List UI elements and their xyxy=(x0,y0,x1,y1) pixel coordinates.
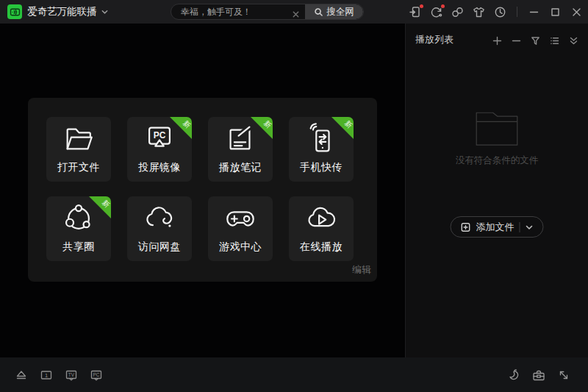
shortcut-tile-phone-transfer[interactable]: 手机快传 新 xyxy=(289,117,354,182)
empty-folder-icon xyxy=(471,108,523,146)
device-connect-icon[interactable] xyxy=(409,6,421,18)
share-sync-icon[interactable] xyxy=(430,6,442,18)
chevron-down-icon[interactable] xyxy=(526,223,534,231)
shortcut-tile-cloud-drive[interactable]: 访问网盘 xyxy=(127,196,192,261)
skin-tshirt-icon[interactable] xyxy=(473,6,485,18)
controls-right xyxy=(507,357,570,392)
shortcut-tile-cloud-play[interactable]: 在线播放 xyxy=(289,196,354,261)
tile-label: 手机快传 xyxy=(289,161,354,174)
shortcut-tile-folder-open[interactable]: 打开文件 xyxy=(46,117,111,182)
search-icon xyxy=(314,7,323,17)
close-button[interactable] xyxy=(570,6,583,18)
svg-text:TV: TV xyxy=(68,371,75,377)
titlebar: 爱奇艺万能联播 搜全网 xyxy=(0,0,588,24)
tile-label: 游戏中心 xyxy=(208,240,273,254)
eject-icon[interactable] xyxy=(15,368,28,382)
add-file-label: 添加文件 xyxy=(476,221,514,234)
history-clock-icon[interactable] xyxy=(494,6,506,18)
playlist-toolbar xyxy=(492,35,578,45)
button-divider xyxy=(520,222,520,232)
shortcut-tile-share-circle[interactable]: 共享圈 新 xyxy=(46,196,111,261)
playlist-header: 播放列表 xyxy=(406,24,588,46)
app-title-menu[interactable]: 爱奇艺万能联播 xyxy=(27,0,109,24)
shortcuts-grid: 打开文件 PC 投屏镜像 新 播放笔记 新 手机快传 新 共享圈 新 访问网盘 xyxy=(46,117,354,261)
app-title: 爱奇艺万能联播 xyxy=(27,5,97,18)
notification-dot xyxy=(420,4,423,8)
playlist-title: 播放列表 xyxy=(415,33,453,46)
pc-mirror-icon[interactable]: PC xyxy=(90,368,103,382)
toolbox-icon[interactable] xyxy=(532,368,545,382)
search-box: 搜全网 xyxy=(171,4,364,20)
filter-icon[interactable] xyxy=(531,35,540,45)
shortcut-tile-note-edit[interactable]: 播放笔记 新 xyxy=(208,117,273,182)
edit-shortcuts-link[interactable]: 编辑 xyxy=(352,263,371,277)
tile-label: 播放笔记 xyxy=(208,161,273,174)
add-icon[interactable] xyxy=(492,35,502,45)
search-clear-icon[interactable] xyxy=(292,8,300,16)
collapse-icon[interactable] xyxy=(569,35,578,45)
list-mode-icon[interactable] xyxy=(550,35,559,45)
cloud-play-icon xyxy=(304,202,338,235)
playlist-sidebar: 播放列表 xyxy=(405,24,588,357)
titlebar-separator xyxy=(517,7,517,17)
app-window: 爱奇艺万能联播 搜全网 xyxy=(0,0,588,392)
search-button[interactable]: 搜全网 xyxy=(305,4,363,19)
shortcuts-panel: 打开文件 PC 投屏镜像 新 播放笔记 新 手机快传 新 共享圈 新 访问网盘 xyxy=(28,98,377,282)
search-input[interactable] xyxy=(171,7,292,17)
playlist-empty-state: 没有符合条件的文件 xyxy=(406,108,588,167)
shortcut-tile-pc-cast[interactable]: PC 投屏镜像 新 xyxy=(127,117,192,182)
add-file-icon xyxy=(461,222,471,232)
add-file-button[interactable]: 添加文件 xyxy=(451,216,544,238)
link-icon[interactable] xyxy=(451,6,464,18)
cloud-drive-icon xyxy=(143,202,176,235)
fullscreen-icon[interactable] xyxy=(557,368,570,382)
gamepad-icon xyxy=(223,202,257,235)
folder-open-icon xyxy=(62,122,96,156)
svg-text:PC: PC xyxy=(93,371,99,377)
chevron-down-icon xyxy=(101,8,109,16)
empty-state-text: 没有符合条件的文件 xyxy=(406,154,588,167)
notification-dot xyxy=(441,4,445,8)
app-logo-icon xyxy=(7,4,22,19)
player-controls: 1 TV PC xyxy=(0,357,588,392)
tile-label: 访问网盘 xyxy=(127,240,192,254)
maximize-button[interactable] xyxy=(549,6,562,18)
controls-left: 1 TV PC xyxy=(15,357,103,392)
video-stage: 打开文件 PC 投屏镜像 新 播放笔记 新 手机快传 新 共享圈 新 访问网盘 xyxy=(0,24,405,357)
shortcut-tile-gamepad[interactable]: 游戏中心 xyxy=(208,196,273,261)
titlebar-tools xyxy=(409,0,583,24)
tv-cast-icon[interactable]: TV xyxy=(65,368,78,382)
tile-label: 共享圈 xyxy=(46,240,111,254)
frame-1-icon[interactable]: 1 xyxy=(40,368,53,382)
chili-icon[interactable] xyxy=(507,368,520,382)
svg-text:PC: PC xyxy=(154,130,166,140)
tile-label: 在线播放 xyxy=(289,240,354,254)
minimize-button[interactable] xyxy=(528,6,540,18)
search-button-label: 搜全网 xyxy=(326,6,354,18)
tile-label: 打开文件 xyxy=(46,161,111,174)
svg-text:1: 1 xyxy=(45,371,48,378)
tile-label: 投屏镜像 xyxy=(127,161,192,174)
remove-icon[interactable] xyxy=(512,35,521,45)
